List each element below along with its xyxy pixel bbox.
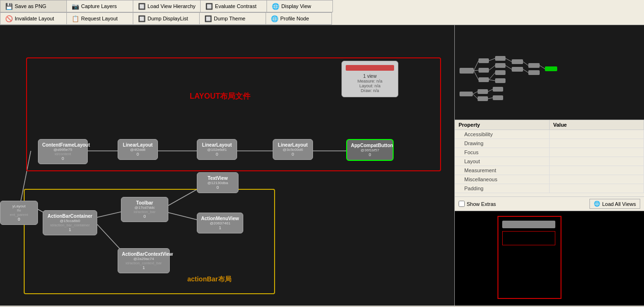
invalidate-layout-button[interactable]: 🚫 Invalidate Layout bbox=[0, 12, 66, 25]
measurement-value bbox=[550, 166, 644, 175]
node-action-bar-container[interactable]: ActionBarContainer @15cca6b0 id/action_b… bbox=[43, 210, 97, 235]
node-partial[interactable]: yLayout ffe ent_parent 0 bbox=[0, 201, 38, 225]
minimap bbox=[455, 25, 644, 120]
dump-displaylist-button[interactable]: 🔲 Dump DisplayList bbox=[133, 12, 199, 25]
display-view-button[interactable]: 🌐 Display View bbox=[267, 0, 333, 12]
property-row-padding[interactable]: Padding bbox=[455, 184, 644, 193]
mm-node-2 bbox=[478, 58, 489, 63]
load-view-hierarchy-button[interactable]: 🔲 Load View Hierarchy bbox=[133, 0, 200, 12]
property-header: Property Value bbox=[455, 120, 644, 130]
mm-node-6 bbox=[495, 63, 506, 68]
canvas-area[interactable]: LAYOUT布局文件 actionBar布局 1 view Measure: n… bbox=[0, 25, 454, 306]
show-extras-text: Show Extras bbox=[467, 201, 496, 207]
load-all-views-button[interactable]: 🌐 Load All Views bbox=[589, 199, 640, 209]
value-col-header: Value bbox=[550, 120, 644, 130]
mm-node-11 bbox=[528, 63, 540, 68]
padding-value bbox=[550, 184, 644, 193]
mm-node-12 bbox=[528, 70, 540, 75]
mm-node-green bbox=[545, 66, 557, 71]
mm-node-8 bbox=[495, 78, 506, 83]
mm-node-7 bbox=[495, 70, 506, 75]
layout-value bbox=[550, 157, 644, 166]
request-layout-button[interactable]: 📋 Request Layout bbox=[66, 12, 133, 25]
mm-node-1 bbox=[460, 68, 474, 74]
invalidate-icon: 🚫 bbox=[5, 15, 13, 22]
display-view-icon: 🌐 bbox=[272, 2, 279, 10]
invalidate-layout-label: Invalidate Layout bbox=[15, 16, 54, 21]
node-text-view[interactable]: TextView @12130dba 0 bbox=[197, 172, 239, 193]
node-linear-layout-3[interactable]: LinearLayout @3c5c00d6 0 bbox=[273, 139, 313, 160]
property-row-drawing[interactable]: Drawing bbox=[455, 139, 644, 148]
show-extras-checkbox-label[interactable]: Show Extras bbox=[459, 201, 496, 207]
profile-node-button[interactable]: 🌐 Profile Node bbox=[266, 12, 332, 25]
property-footer: Show Extras 🌐 Load All Views bbox=[455, 196, 644, 211]
request-icon: 📋 bbox=[72, 15, 79, 22]
toolbar-row-2: 🚫 Invalidate Layout 📋 Request Layout 🔲 D… bbox=[0, 12, 644, 25]
right-panel: Property Value Accessibility Drawing Foc… bbox=[454, 25, 644, 306]
svg-line-19 bbox=[523, 62, 528, 65]
mm-bot-3 bbox=[478, 96, 488, 101]
svg-line-13 bbox=[489, 58, 495, 61]
popup-node[interactable]: 1 view Measure: n/a Layout: n/a Draw: n/… bbox=[341, 61, 398, 97]
svg-line-10 bbox=[474, 61, 478, 71]
toolbar-row-1: 💾 Save as PNG 📷 Capture Layers 🔲 Load Vi… bbox=[0, 0, 644, 12]
profile-node-icon: 🌐 bbox=[271, 15, 278, 22]
svg-line-23 bbox=[473, 94, 478, 99]
node-toolbar[interactable]: Toolbar @17cd7ddc id/action_bar 0 bbox=[121, 197, 168, 222]
show-extras-checkbox[interactable] bbox=[459, 201, 465, 207]
evaluate-icon: 🔲 bbox=[205, 2, 213, 10]
property-row-miscellaneous[interactable]: Miscellaneous bbox=[455, 175, 644, 184]
svg-line-15 bbox=[489, 73, 495, 80]
svg-line-16 bbox=[489, 80, 495, 81]
load-all-icon: 🌐 bbox=[594, 201, 600, 207]
preview-outer-rect bbox=[497, 216, 561, 299]
padding-label: Padding bbox=[455, 184, 550, 193]
svg-line-11 bbox=[474, 70, 478, 71]
property-row-accessibility[interactable]: Accessibility bbox=[455, 130, 644, 139]
popup-bar bbox=[346, 65, 394, 71]
drawing-value bbox=[550, 139, 644, 148]
svg-line-22 bbox=[473, 92, 478, 94]
svg-line-17 bbox=[506, 58, 512, 62]
capture-layers-label: Capture Layers bbox=[81, 3, 117, 9]
node-action-bar-context-view[interactable]: ActionBarContextView @2a29ac74 id/action… bbox=[118, 248, 170, 273]
layout-region-label: LAYOUT布局文件 bbox=[190, 92, 250, 102]
node-appcompat-button[interactable]: AppCompatButton @36f1bf57 0 bbox=[346, 139, 394, 161]
toolbar: 💾 Save as PNG 📷 Capture Layers 🔲 Load Vi… bbox=[0, 0, 644, 25]
property-table: Property Value Accessibility Drawing Foc… bbox=[455, 120, 644, 196]
svg-line-14 bbox=[489, 65, 495, 70]
popup-draw: Draw: n/a bbox=[346, 88, 394, 93]
preview-inner-bar bbox=[502, 221, 555, 228]
profile-node-label: Profile Node bbox=[280, 16, 309, 21]
node-linear-layout-2[interactable]: LinearLayout @102e6df1 0 bbox=[197, 139, 237, 160]
miscellaneous-value bbox=[550, 175, 644, 184]
drawing-label: Drawing bbox=[455, 139, 550, 148]
node-content-frame-layout[interactable]: ContentFrameLayout @d995e75 id/content 0 bbox=[38, 139, 88, 164]
dump-theme-button[interactable]: 🔲 Dump Theme bbox=[199, 12, 266, 25]
save-icon: 💾 bbox=[5, 2, 13, 10]
property-row-measurement[interactable]: Measurement bbox=[455, 166, 644, 175]
svg-line-18 bbox=[506, 65, 512, 69]
node-action-menu-view[interactable]: ActionMenuView @20637461 1 bbox=[197, 213, 243, 233]
mm-bot-5 bbox=[493, 95, 503, 100]
dump-list-icon: 🔲 bbox=[138, 15, 146, 22]
display-view-label: Display View bbox=[281, 3, 311, 9]
evaluate-contrast-button[interactable]: 🔲 Evaluate Contrast bbox=[200, 0, 267, 12]
dump-theme-label: Dump Theme bbox=[214, 16, 245, 21]
preview-panel bbox=[455, 211, 644, 306]
save-png-button[interactable]: 💾 Save as PNG bbox=[0, 0, 66, 12]
miscellaneous-label: Miscellaneous bbox=[455, 175, 550, 184]
evaluate-contrast-label: Evaluate Contrast bbox=[215, 3, 256, 9]
focus-label: Focus bbox=[455, 148, 550, 157]
load-hierarchy-label: Load View Hierarchy bbox=[147, 3, 195, 9]
capture-layers-button[interactable]: 📷 Capture Layers bbox=[66, 0, 133, 12]
property-row-layout[interactable]: Layout bbox=[455, 157, 644, 166]
mm-bot-1 bbox=[460, 92, 473, 96]
minimap-svg bbox=[455, 25, 644, 120]
property-row-focus[interactable]: Focus bbox=[455, 148, 644, 157]
mm-node-5 bbox=[495, 56, 506, 61]
preview-inner-rect bbox=[502, 231, 555, 245]
node-linear-layout-1[interactable]: LinearLayout @4f2dd8 0 bbox=[118, 139, 158, 160]
svg-line-21 bbox=[540, 65, 545, 69]
svg-line-20 bbox=[523, 69, 528, 73]
